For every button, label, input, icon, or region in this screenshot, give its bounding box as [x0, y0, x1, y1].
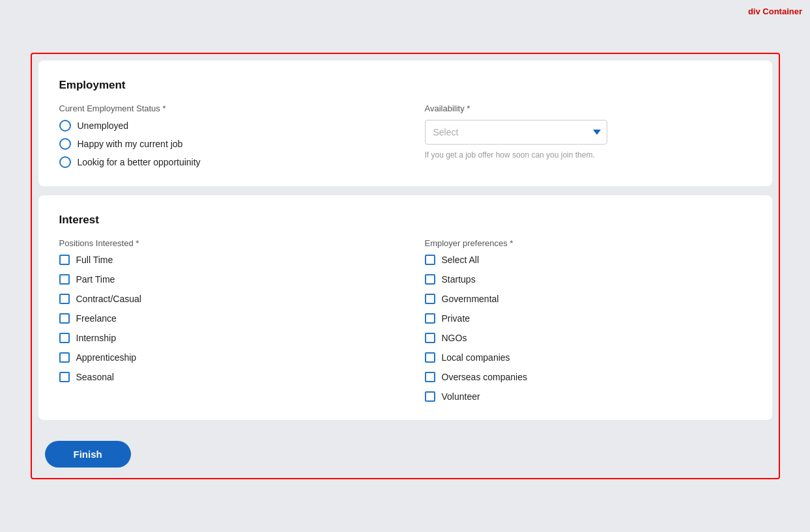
checkbox-private[interactable]: Private: [425, 313, 751, 324]
checkbox-label-ngos: NGOs: [442, 333, 467, 343]
employment-card: Employment Curent Employment Status * Un…: [38, 61, 772, 186]
checkbox-label-select-all: Select All: [442, 255, 480, 265]
checkbox-label-freelance: Freelance: [76, 313, 117, 324]
checkbox-label-local: Local companies: [442, 352, 510, 363]
employer-col: Employer preferences * Select All Startu…: [425, 238, 751, 402]
employer-label: Employer preferences *: [425, 238, 751, 248]
checkbox-seasonal[interactable]: Seasonal: [59, 372, 386, 382]
radio-unemployed[interactable]: Unemployed: [59, 120, 386, 132]
checkbox-volunteer[interactable]: Volunteer: [425, 391, 751, 402]
availability-hint: If you get a job offer how soon can you …: [425, 150, 607, 161]
employment-title: Employment: [59, 79, 751, 92]
radio-circle-happy: [59, 138, 71, 150]
checkbox-label-apprenticeship: Apprenticeship: [76, 352, 137, 363]
checkbox-box-part-time: [59, 274, 70, 285]
radio-happy[interactable]: Happy with my current job: [59, 138, 386, 150]
checkbox-box-seasonal: [59, 372, 70, 382]
checkbox-box-internship: [59, 333, 70, 343]
checkbox-apprenticeship[interactable]: Apprenticeship: [59, 352, 386, 363]
checkbox-box-contract: [59, 294, 70, 304]
positions-col: Positions Interested * Full Time Part Ti…: [59, 238, 386, 402]
checkbox-internship[interactable]: Internship: [59, 333, 386, 343]
outer-container: Employment Curent Employment Status * Un…: [31, 53, 780, 479]
checkbox-box-select-all: [425, 255, 435, 265]
employer-checkbox-group: Select All Startups Governmental Private: [425, 255, 751, 402]
divider-1: [38, 189, 772, 195]
employment-right: Availability * Select If you get a job o…: [425, 104, 751, 168]
availability-select[interactable]: Select: [425, 120, 607, 145]
checkbox-label-full-time: Full Time: [76, 255, 113, 265]
checkbox-freelance[interactable]: Freelance: [59, 313, 386, 324]
radio-circle-unemployed: [59, 120, 71, 132]
checkbox-box-ngos: [425, 333, 435, 343]
checkbox-label-startups: Startups: [442, 274, 476, 285]
checkbox-box-startups: [425, 274, 435, 285]
checkbox-label-private: Private: [442, 313, 470, 324]
checkbox-startups[interactable]: Startups: [425, 274, 751, 285]
checkbox-label-internship: Internship: [76, 333, 116, 343]
checkbox-overseas[interactable]: Overseas companies: [425, 372, 751, 382]
checkbox-local[interactable]: Local companies: [425, 352, 751, 363]
checkbox-box-local: [425, 352, 435, 363]
container-label: div Container: [748, 7, 802, 16]
checkbox-governmental[interactable]: Governmental: [425, 294, 751, 304]
divider-2: [38, 423, 772, 429]
checkbox-box-volunteer: [425, 391, 435, 402]
checkbox-contract[interactable]: Contract/Casual: [59, 294, 386, 304]
checkbox-label-volunteer: Volunteer: [442, 391, 480, 402]
checkbox-label-overseas: Overseas companies: [442, 372, 528, 382]
checkbox-label-governmental: Governmental: [442, 294, 499, 304]
checkbox-part-time[interactable]: Part Time: [59, 274, 386, 285]
positions-checkbox-group: Full Time Part Time Contract/Casual Free…: [59, 255, 386, 382]
checkbox-box-apprenticeship: [59, 352, 70, 363]
radio-label-happy: Happy with my current job: [78, 139, 183, 149]
checkbox-ngos[interactable]: NGOs: [425, 333, 751, 343]
employment-left: Curent Employment Status * Unemployed Ha…: [59, 104, 386, 168]
positions-label: Positions Interested *: [59, 238, 386, 248]
checkbox-box-private: [425, 313, 435, 324]
checkbox-label-contract: Contract/Casual: [76, 294, 141, 304]
availability-select-wrapper: Select: [425, 120, 607, 145]
checkbox-box-overseas: [425, 372, 435, 382]
checkbox-label-seasonal: Seasonal: [76, 372, 114, 382]
radio-group: Unemployed Happy with my current job Loo…: [59, 120, 386, 168]
checkbox-label-part-time: Part Time: [76, 274, 115, 285]
radio-label-unemployed: Unemployed: [78, 120, 129, 131]
checkbox-full-time[interactable]: Full Time: [59, 255, 386, 265]
radio-label-looking: Lookig for a better opportuinity: [78, 157, 201, 167]
current-status-label: Curent Employment Status *: [59, 104, 386, 113]
availability-label: Availability *: [425, 104, 751, 113]
finish-button[interactable]: Finish: [45, 441, 131, 468]
radio-looking[interactable]: Lookig for a better opportuinity: [59, 156, 386, 168]
radio-circle-looking: [59, 156, 71, 168]
checkbox-select-all[interactable]: Select All: [425, 255, 751, 265]
footer-area: Finish: [38, 429, 772, 471]
checkbox-box-governmental: [425, 294, 435, 304]
checkbox-box-freelance: [59, 313, 70, 324]
interest-title: Interest: [59, 214, 751, 227]
checkbox-box-full-time: [59, 255, 70, 265]
interest-card: Interest Positions Interested * Full Tim…: [38, 195, 772, 420]
